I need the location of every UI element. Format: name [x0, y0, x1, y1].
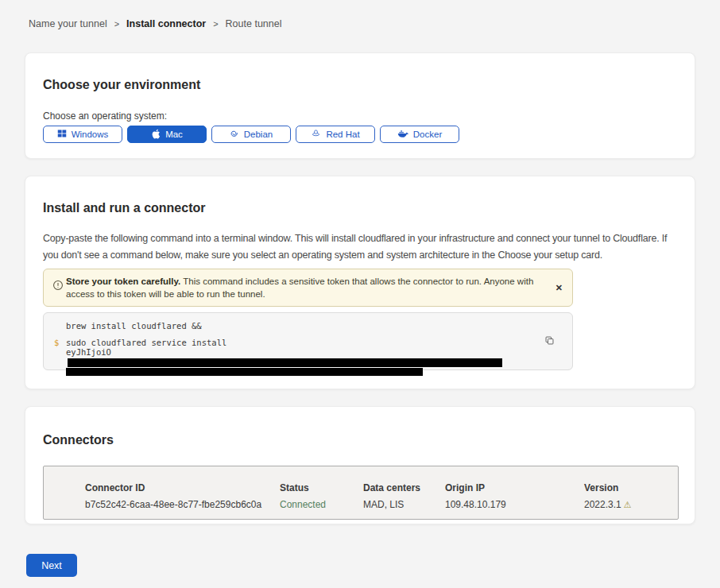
connectors-card-title: Connectors	[43, 432, 677, 448]
environment-card-title: Choose your environment	[43, 77, 677, 93]
next-button[interactable]: Next	[26, 554, 77, 577]
code-command-text: sudo cloudflared service install	[66, 338, 226, 347]
operating-system-label: Choose an operating system:	[43, 110, 677, 122]
data-centers-value: MAD, LIS	[363, 499, 445, 510]
install-command-code-block: brew install cloudflared && $ sudo cloud…	[43, 312, 573, 370]
token-prefix: eyJhIjoiO	[66, 347, 111, 357]
breadcrumb: Name your tunnel > Install connector > R…	[29, 18, 281, 29]
warning-triangle-icon: ⚠	[624, 500, 632, 509]
os-button-label: Windows	[72, 130, 109, 139]
breadcrumb-item-route-tunnel[interactable]: Route tunnel	[226, 18, 282, 29]
debian-logo-icon	[230, 129, 239, 140]
close-icon[interactable]: ✕	[555, 283, 563, 293]
os-button-label: Debian	[244, 130, 273, 139]
os-button-label: Red Hat	[326, 130, 359, 139]
origin-ip-value: 109.48.10.179	[445, 499, 584, 510]
connector-id-value: b7c52c42-6caa-48ee-8c77-fbe259cb6c0a	[85, 499, 280, 510]
token-warning-banner: Store your token carefully. This command…	[43, 269, 573, 307]
redacted-token-bar	[68, 358, 502, 367]
code-line-install: $ sudo cloudflared service install eyJhI…	[66, 338, 540, 376]
choose-environment-card: Choose your environment Choose an operat…	[25, 52, 695, 159]
os-button-windows[interactable]: Windows	[43, 126, 122, 143]
os-button-label: Docker	[413, 130, 442, 139]
code-line-brew: brew install cloudflared &&	[66, 321, 540, 331]
version-value: 2022.3.1⚠	[584, 499, 678, 510]
connectors-card: Connectors Connector ID Status Data cent…	[25, 406, 695, 524]
info-icon	[52, 280, 64, 294]
warning-title: Store your token carefully.	[66, 277, 180, 286]
connectors-table: Connector ID Status Data centers Origin …	[43, 466, 679, 520]
column-header-connector-id: Connector ID	[85, 482, 280, 493]
apple-logo-icon	[151, 129, 161, 141]
redhat-logo-icon	[311, 129, 321, 140]
windows-logo-icon	[57, 129, 67, 140]
shell-prompt: $	[54, 338, 59, 347]
install-card-title: Install and run a connector	[43, 200, 677, 216]
column-header-data-centers: Data centers	[363, 482, 445, 493]
os-button-label: Mac	[165, 130, 183, 139]
install-description: Copy-paste the following command into a …	[43, 230, 679, 264]
install-connector-card: Install and run a connector Copy-paste t…	[25, 176, 695, 389]
os-button-docker[interactable]: Docker	[380, 126, 459, 143]
copy-icon[interactable]	[544, 335, 555, 348]
breadcrumb-item-name-your-tunnel[interactable]: Name your tunnel	[29, 18, 107, 29]
breadcrumb-separator: >	[114, 19, 119, 29]
os-button-debian[interactable]: Debian	[211, 126, 291, 143]
os-button-redhat[interactable]: Red Hat	[296, 126, 375, 143]
breadcrumb-item-install-connector[interactable]: Install connector	[126, 18, 206, 29]
column-header-version: Version	[584, 482, 678, 493]
breadcrumb-separator: >	[213, 19, 218, 29]
redacted-token-bar	[66, 368, 423, 376]
docker-logo-icon	[397, 129, 408, 140]
column-header-status: Status	[280, 482, 363, 493]
status-badge: Connected	[280, 499, 363, 510]
column-header-origin-ip: Origin IP	[445, 482, 584, 493]
os-button-row: Windows Mac Debian Red Hat Docker	[43, 126, 677, 143]
warning-text: Store your token carefully. This command…	[66, 275, 545, 300]
os-button-mac[interactable]: Mac	[127, 126, 207, 143]
